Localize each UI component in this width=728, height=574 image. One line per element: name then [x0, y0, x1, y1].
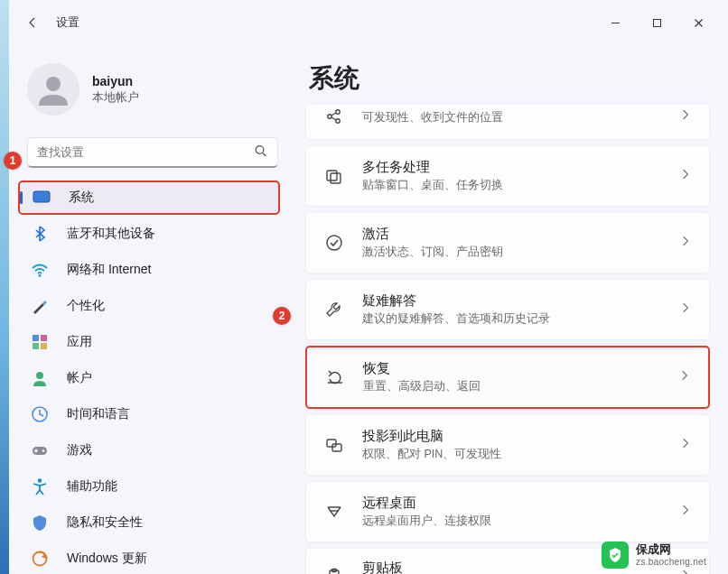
card-text: 激活激活状态、订阅、产品密钥 [362, 226, 503, 260]
sidebar-item-label: 个性化 [67, 298, 105, 314]
watermark: 保成网 zs.baocheng.net [602, 542, 706, 569]
card-subtitle: 激活状态、订阅、产品密钥 [362, 245, 503, 260]
monitor-icon [31, 187, 52, 208]
sidebar-item-wifi[interactable]: 网络和 Internet [18, 253, 280, 287]
project-icon [322, 433, 346, 457]
cards: 可发现性、收到文件的位置多任务处理贴靠窗口、桌面、任务切换激活激活状态、订阅、产… [305, 105, 710, 574]
card-subtitle: 可发现性、收到文件的位置 [362, 110, 503, 125]
sidebar-item-label: 游戏 [67, 442, 92, 458]
sidebar-item-bluetooth[interactable]: 蓝牙和其他设备 [18, 217, 280, 251]
maximize-icon [652, 18, 662, 28]
chevron-right-icon [678, 299, 693, 320]
wifi-icon [29, 259, 51, 281]
settings-card-project[interactable]: 投影到此电脑权限、配对 PIN、可发现性 [305, 414, 710, 476]
chevron-right-icon [678, 434, 693, 456]
card-text: 多任务处理贴靠窗口、桌面、任务切换 [362, 159, 503, 193]
card-text: 投影到此电脑权限、配对 PIN、可发现性 [362, 428, 501, 462]
sidebar-item-label: 时间和语言 [67, 406, 130, 422]
settings-window: 设置 baiyun [9, 2, 726, 574]
sidebar-item-label: 系统 [69, 190, 94, 206]
chevron-right-icon [678, 165, 693, 187]
sidebar-item-update[interactable]: Windows 更新 [18, 542, 280, 574]
settings-card-share[interactable]: 可发现性、收到文件的位置 [305, 105, 710, 140]
wrench-icon [322, 298, 346, 321]
page-title: 系统 [309, 61, 710, 96]
card-title: 多任务处理 [362, 159, 503, 176]
sidebar-item-label: 应用 [67, 334, 92, 350]
sidebar-item-clock[interactable]: 时间和语言 [18, 397, 280, 431]
annotation-callout-2: 2 [273, 307, 291, 325]
card-text: 恢复重置、高级启动、返回 [363, 360, 481, 394]
maximize-button[interactable] [636, 8, 677, 37]
watermark-url: zs.baocheng.net [636, 557, 706, 567]
card-subtitle: 建议的疑难解答、首选项和历史记录 [362, 311, 550, 327]
search-wrap [27, 137, 278, 168]
user-account-type: 本地帐户 [92, 90, 139, 106]
check-circle-icon [322, 231, 346, 255]
chevron-right-icon [678, 501, 693, 523]
nav: 系统蓝牙和其他设备网络和 Internet个性化应用帐户时间和语言游戏辅助功能隐… [18, 181, 289, 574]
sidebar-item-gamepad[interactable]: 游戏 [18, 433, 280, 468]
card-subtitle: 远程桌面用户、连接权限 [362, 514, 491, 529]
sidebar-item-label: 辅助功能 [67, 478, 117, 495]
watermark-badge-icon [602, 542, 629, 569]
user-block[interactable]: baiyun 本地帐户 [18, 54, 289, 132]
sidebar-item-label: 隐私和安全性 [67, 514, 143, 531]
settings-card-check-circle[interactable]: 激活激活状态、订阅、产品密钥 [305, 212, 710, 273]
clipboard-icon [322, 565, 346, 574]
card-subtitle: 重置、高级启动、返回 [363, 379, 481, 394]
update-icon [29, 548, 51, 569]
bluetooth-icon [29, 223, 51, 245]
back-button[interactable] [16, 6, 49, 39]
search-icon [254, 144, 267, 162]
person-icon [29, 367, 51, 389]
chevron-right-icon [677, 366, 692, 388]
user-name: baiyun [92, 74, 139, 88]
settings-card-recovery[interactable]: 恢复重置、高级启动、返回 [305, 346, 710, 409]
card-title: 投影到此电脑 [362, 428, 501, 445]
sidebar-item-shield[interactable]: 隐私和安全性 [18, 505, 280, 540]
close-icon [694, 18, 704, 28]
minimize-button[interactable] [594, 8, 636, 37]
search-input[interactable] [27, 137, 278, 168]
card-title: 恢复 [363, 360, 481, 377]
card-text: 剪贴板剪切和复制历史记录、同步、 [362, 560, 515, 574]
sidebar-item-accessibility[interactable]: 辅助功能 [18, 469, 280, 504]
chevron-right-icon [678, 232, 693, 254]
card-subtitle: 贴靠窗口、桌面、任务切换 [362, 178, 503, 193]
card-subtitle: 权限、配对 PIN、可发现性 [362, 447, 501, 462]
sidebar-item-person[interactable]: 帐户 [18, 361, 280, 395]
svg-point-1 [46, 77, 61, 91]
minimize-icon [611, 18, 621, 28]
brush-icon [29, 295, 51, 317]
settings-card-remote[interactable]: 远程桌面远程桌面用户、连接权限 [305, 481, 710, 542]
window-title: 设置 [56, 14, 79, 31]
recovery-icon [323, 366, 347, 389]
sidebar-item-monitor[interactable]: 系统 [18, 181, 280, 215]
settings-card-wrench[interactable]: 疑难解答建议的疑难解答、首选项和历史记录 [305, 279, 710, 340]
clock-icon [29, 403, 51, 425]
card-title: 远程桌面 [362, 495, 491, 512]
sidebar-item-apps[interactable]: 应用 [18, 325, 280, 359]
settings-card-multitask[interactable]: 多任务处理贴靠窗口、桌面、任务切换 [305, 145, 710, 207]
sidebar-item-brush[interactable]: 个性化 [18, 289, 280, 323]
svg-rect-0 [653, 19, 660, 26]
accessibility-icon [29, 476, 51, 497]
watermark-brand: 保成网 [636, 543, 706, 556]
svg-point-2 [256, 146, 264, 154]
sidebar: baiyun 本地帐户 系统蓝牙和其他设备网络和 Internet个性化应用帐户… [9, 43, 289, 574]
window-controls [594, 8, 719, 37]
person-silhouette-icon [33, 69, 73, 109]
card-text: 可发现性、收到文件的位置 [362, 108, 503, 125]
close-button[interactable] [677, 8, 719, 37]
chevron-right-icon [678, 106, 693, 127]
arrow-left-icon [25, 15, 40, 30]
card-text: 疑难解答建议的疑难解答、首选项和历史记录 [362, 292, 550, 327]
remote-icon [322, 500, 346, 523]
sidebar-item-label: 蓝牙和其他设备 [67, 226, 155, 242]
avatar [27, 63, 79, 116]
apps-icon [29, 331, 51, 353]
annotation-callout-1: 1 [4, 152, 22, 170]
card-text: 远程桌面远程桌面用户、连接权限 [362, 495, 491, 529]
card-title: 剪贴板 [362, 560, 515, 574]
